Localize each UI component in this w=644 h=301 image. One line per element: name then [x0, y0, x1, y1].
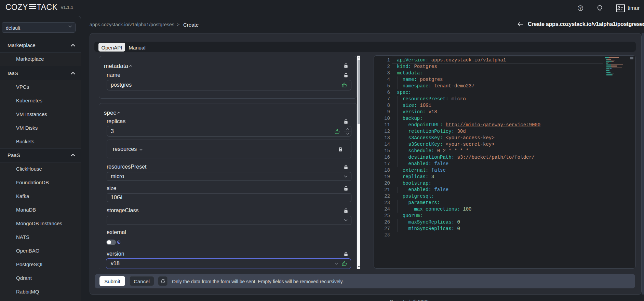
- svg-text:?: ?: [579, 6, 581, 10]
